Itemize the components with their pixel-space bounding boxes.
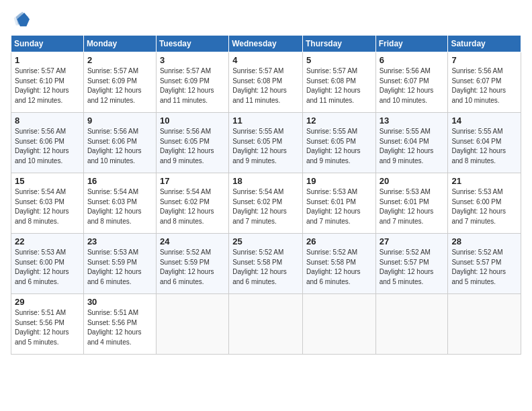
sunrise-label: Sunrise: 5:53 AM xyxy=(451,188,502,195)
day-number: 21 xyxy=(451,176,517,186)
day-header-sunday: Sunday xyxy=(11,36,84,52)
daylight-label: Daylight: 12 hours and 6 minutes. xyxy=(306,268,361,285)
day-info: Sunrise: 5:56 AM Sunset: 6:06 PM Dayligh… xyxy=(87,127,152,166)
day-number: 13 xyxy=(380,116,445,126)
daylight-label: Daylight: 12 hours and 11 minutes. xyxy=(232,87,287,104)
calendar-cell: 11 Sunrise: 5:55 AM Sunset: 6:05 PM Dayl… xyxy=(229,113,303,173)
sunrise-label: Sunrise: 5:54 AM xyxy=(160,188,211,195)
sunset-label: Sunset: 5:58 PM xyxy=(306,259,356,266)
calendar-cell: 12 Sunrise: 5:55 AM Sunset: 6:05 PM Dayl… xyxy=(302,113,375,173)
calendar-cell: 25 Sunrise: 5:52 AM Sunset: 5:58 PM Dayl… xyxy=(229,234,303,294)
day-number: 30 xyxy=(87,297,152,307)
sunset-label: Sunset: 6:07 PM xyxy=(451,77,501,85)
day-number: 7 xyxy=(451,55,517,65)
calendar-cell xyxy=(229,294,303,355)
day-number: 10 xyxy=(160,116,225,126)
calendar-cell xyxy=(302,294,375,355)
day-info: Sunrise: 5:52 AM Sunset: 5:58 PM Dayligh… xyxy=(232,248,299,287)
daylight-label: Daylight: 12 hours and 8 minutes. xyxy=(160,208,214,225)
day-info: Sunrise: 5:54 AM Sunset: 6:02 PM Dayligh… xyxy=(232,187,299,226)
sunset-label: Sunset: 6:00 PM xyxy=(15,259,64,266)
day-info: Sunrise: 5:51 AM Sunset: 5:56 PM Dayligh… xyxy=(87,308,152,347)
daylight-label: Daylight: 12 hours and 5 minutes. xyxy=(15,328,69,346)
day-number: 27 xyxy=(380,236,445,246)
day-info: Sunrise: 5:55 AM Sunset: 6:05 PM Dayligh… xyxy=(306,127,372,166)
day-info: Sunrise: 5:56 AM Sunset: 6:07 PM Dayligh… xyxy=(380,66,445,105)
daylight-label: Daylight: 12 hours and 11 minutes. xyxy=(306,87,361,104)
sunset-label: Sunset: 6:01 PM xyxy=(306,198,356,205)
sunrise-label: Sunrise: 5:55 AM xyxy=(232,128,283,135)
sunset-label: Sunset: 5:59 PM xyxy=(160,259,210,266)
calendar-cell: 3 Sunrise: 5:57 AM Sunset: 6:09 PM Dayli… xyxy=(156,52,228,113)
daylight-label: Daylight: 12 hours and 5 minutes. xyxy=(451,268,506,285)
sunrise-label: Sunrise: 5:52 AM xyxy=(232,248,283,256)
daylight-label: Daylight: 12 hours and 8 minutes. xyxy=(87,208,142,225)
calendar-cell: 20 Sunrise: 5:53 AM Sunset: 6:01 PM Dayl… xyxy=(375,173,448,234)
calendar-header: SundayMondayTuesdayWednesdayThursdayFrid… xyxy=(11,36,521,52)
sunset-label: Sunset: 5:59 PM xyxy=(87,259,137,266)
calendar-cell: 15 Sunrise: 5:54 AM Sunset: 6:03 PM Dayl… xyxy=(11,173,84,234)
sunrise-label: Sunrise: 5:54 AM xyxy=(87,188,138,195)
calendar-cell: 1 Sunrise: 5:57 AM Sunset: 6:10 PM Dayli… xyxy=(11,52,84,113)
sunrise-label: Sunrise: 5:56 AM xyxy=(15,128,66,135)
sunset-label: Sunset: 6:09 PM xyxy=(160,77,210,85)
sunset-label: Sunset: 6:07 PM xyxy=(380,77,429,85)
sunrise-label: Sunrise: 5:51 AM xyxy=(87,309,138,316)
calendar-cell: 22 Sunrise: 5:53 AM Sunset: 6:00 PM Dayl… xyxy=(11,234,84,294)
day-info: Sunrise: 5:54 AM Sunset: 6:02 PM Dayligh… xyxy=(160,187,225,226)
sunset-label: Sunset: 5:57 PM xyxy=(380,259,429,266)
calendar-body: 1 Sunrise: 5:57 AM Sunset: 6:10 PM Dayli… xyxy=(11,52,521,355)
daylight-label: Daylight: 12 hours and 10 minutes. xyxy=(380,87,434,104)
daylight-label: Daylight: 12 hours and 10 minutes. xyxy=(451,87,506,104)
calendar-cell: 14 Sunrise: 5:55 AM Sunset: 6:04 PM Dayl… xyxy=(448,113,521,173)
calendar-week-5: 29 Sunrise: 5:51 AM Sunset: 5:56 PM Dayl… xyxy=(11,294,521,355)
sunrise-label: Sunrise: 5:57 AM xyxy=(160,67,211,75)
day-number: 3 xyxy=(160,55,225,65)
sunrise-label: Sunrise: 5:55 AM xyxy=(380,128,431,135)
calendar-cell: 24 Sunrise: 5:52 AM Sunset: 5:59 PM Dayl… xyxy=(156,234,228,294)
daylight-label: Daylight: 12 hours and 6 minutes. xyxy=(87,268,142,285)
sunset-label: Sunset: 5:56 PM xyxy=(87,319,137,326)
calendar-week-2: 8 Sunrise: 5:56 AM Sunset: 6:06 PM Dayli… xyxy=(11,113,521,173)
day-number: 1 xyxy=(15,55,80,65)
day-info: Sunrise: 5:53 AM Sunset: 6:01 PM Dayligh… xyxy=(380,187,445,226)
daylight-label: Daylight: 12 hours and 12 minutes. xyxy=(87,87,142,104)
day-info: Sunrise: 5:53 AM Sunset: 6:01 PM Dayligh… xyxy=(306,187,372,226)
calendar-cell: 28 Sunrise: 5:52 AM Sunset: 5:57 PM Dayl… xyxy=(448,234,521,294)
day-info: Sunrise: 5:56 AM Sunset: 6:07 PM Dayligh… xyxy=(451,66,517,105)
day-header-thursday: Thursday xyxy=(302,36,375,52)
calendar-week-1: 1 Sunrise: 5:57 AM Sunset: 6:10 PM Dayli… xyxy=(11,52,521,113)
day-info: Sunrise: 5:57 AM Sunset: 6:08 PM Dayligh… xyxy=(232,66,299,105)
daylight-label: Daylight: 12 hours and 9 minutes. xyxy=(380,147,434,165)
daylight-label: Daylight: 12 hours and 11 minutes. xyxy=(160,87,214,104)
sunrise-label: Sunrise: 5:55 AM xyxy=(451,128,502,135)
daylight-label: Daylight: 12 hours and 8 minutes. xyxy=(15,208,69,225)
day-header-wednesday: Wednesday xyxy=(229,36,303,52)
day-info: Sunrise: 5:56 AM Sunset: 6:05 PM Dayligh… xyxy=(160,127,225,166)
day-info: Sunrise: 5:57 AM Sunset: 6:09 PM Dayligh… xyxy=(160,66,225,105)
sunrise-label: Sunrise: 5:56 AM xyxy=(87,128,138,135)
sunset-label: Sunset: 6:02 PM xyxy=(160,198,210,205)
day-number: 24 xyxy=(160,236,225,246)
day-number: 25 xyxy=(232,236,299,246)
sunset-label: Sunset: 6:03 PM xyxy=(87,198,137,205)
calendar-cell: 17 Sunrise: 5:54 AM Sunset: 6:02 PM Dayl… xyxy=(156,173,228,234)
calendar-cell: 13 Sunrise: 5:55 AM Sunset: 6:04 PM Dayl… xyxy=(375,113,448,173)
daylight-label: Daylight: 12 hours and 6 minutes. xyxy=(232,268,287,285)
sunset-label: Sunset: 6:08 PM xyxy=(306,77,356,85)
daylight-label: Daylight: 12 hours and 5 minutes. xyxy=(380,268,434,285)
day-number: 20 xyxy=(380,176,445,186)
page-header xyxy=(11,11,521,30)
daylight-label: Daylight: 12 hours and 4 minutes. xyxy=(87,328,142,346)
sunset-label: Sunset: 6:05 PM xyxy=(232,138,282,145)
day-info: Sunrise: 5:53 AM Sunset: 6:00 PM Dayligh… xyxy=(451,187,517,226)
daylight-label: Daylight: 12 hours and 9 minutes. xyxy=(232,147,287,165)
day-info: Sunrise: 5:51 AM Sunset: 5:56 PM Dayligh… xyxy=(15,308,80,347)
sunrise-label: Sunrise: 5:54 AM xyxy=(15,188,66,195)
sunset-label: Sunset: 5:58 PM xyxy=(232,259,282,266)
day-header-friday: Friday xyxy=(375,36,448,52)
calendar-cell: 7 Sunrise: 5:56 AM Sunset: 6:07 PM Dayli… xyxy=(448,52,521,113)
sunrise-label: Sunrise: 5:57 AM xyxy=(15,67,66,75)
day-number: 5 xyxy=(306,55,372,65)
day-info: Sunrise: 5:57 AM Sunset: 6:08 PM Dayligh… xyxy=(306,66,372,105)
